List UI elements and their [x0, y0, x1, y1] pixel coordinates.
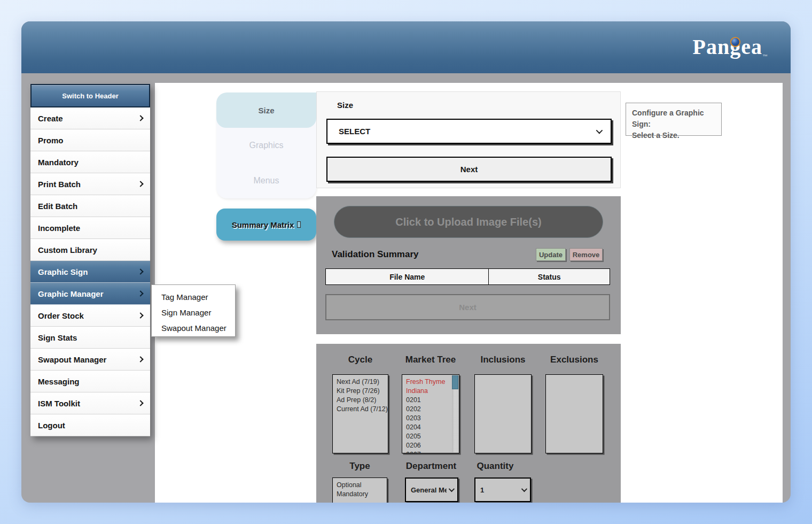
chevron-down-icon	[596, 127, 603, 134]
sidebar-item-edit-batch[interactable]: Edit Batch	[30, 195, 150, 217]
remove-button[interactable]: Remove	[569, 248, 603, 261]
list-item[interactable]: 0204	[406, 423, 451, 432]
chevron-right-icon	[137, 115, 143, 121]
sidebar-item-incomplete[interactable]: Incomplete	[30, 217, 150, 239]
chevron-right-icon	[137, 400, 143, 406]
sidebar-item-ism-toolkit[interactable]: ISM Toolkit	[30, 392, 150, 414]
sidebar-item-create[interactable]: Create	[30, 107, 150, 129]
sidebar-item-promo[interactable]: Promo	[30, 129, 150, 151]
update-button[interactable]: Update	[536, 248, 566, 261]
column-header-file-name: File Name	[325, 268, 488, 285]
chevron-right-icon	[137, 290, 143, 296]
sidebar-item-messaging[interactable]: Messaging	[30, 371, 150, 392]
list-item[interactable]: Indiana	[406, 387, 451, 396]
chevron-right-icon	[137, 268, 143, 274]
sidebar-item-label: Edit Batch	[38, 202, 77, 211]
summary-matrix-label: Summary Matrix	[232, 220, 294, 229]
list-item[interactable]: 0206	[406, 441, 451, 450]
type-title: Type	[332, 461, 387, 472]
sidebar-item-label: Logout	[38, 421, 65, 430]
department-select-value: General Mer	[411, 486, 447, 494]
sidebar-item-label: Order Stock	[38, 311, 84, 320]
chevron-down-icon	[449, 486, 455, 492]
sidebar-item-label: Messaging	[38, 377, 80, 386]
switch-to-header-button[interactable]: Switch to Header	[30, 84, 150, 107]
sidebar-item-logout[interactable]: Logout	[30, 414, 150, 436]
list-item[interactable]: Kit Prep (7/26)	[337, 387, 388, 396]
cycle-listbox[interactable]: Next Ad (7/19) Kit Prep (7/26) Ad Prep (…	[332, 374, 388, 453]
quantity-select-value: 1	[480, 486, 519, 494]
upload-validation-panel: Click to Upload Image File(s) Validation…	[316, 196, 621, 334]
list-item[interactable]: Optional	[337, 481, 387, 490]
quantity-title: Quantity	[471, 461, 519, 472]
list-item[interactable]: Fresh Thyme	[406, 377, 451, 387]
upload-next-button-disabled[interactable]: Next	[325, 294, 610, 320]
sidebar-item-label: ISM Toolkit	[38, 399, 80, 408]
sidebar-item-label: Mandatory	[38, 158, 79, 167]
wizard-tab-panel: Size Graphics Menus	[216, 93, 316, 198]
list-item[interactable]: Current Ad (7/12)	[337, 405, 388, 414]
list-item[interactable]: Mandatory	[337, 490, 387, 499]
size-panel-title: Size	[337, 101, 353, 110]
exclusions-listbox[interactable]	[545, 374, 603, 453]
market-tree-title: Market Tree	[402, 355, 459, 365]
summary-matrix-button[interactable]: Summary Matrix	[216, 209, 316, 241]
tab-graphics[interactable]: Graphics	[216, 128, 316, 163]
logo-text-g: g	[730, 35, 741, 59]
sidebar-item-custom-library[interactable]: Custom Library	[30, 239, 150, 261]
list-item[interactable]: 0202	[406, 405, 451, 414]
submenu-item-swapout-manager[interactable]: Swapout Manager	[161, 320, 235, 336]
inclusions-listbox[interactable]	[474, 374, 532, 453]
configure-instruction-box: Configure a Graphic Sign: Select a Size.	[626, 103, 722, 136]
sidebar-item-sign-stats[interactable]: Sign Stats	[30, 327, 150, 349]
sidebar-item-mandatory[interactable]: Mandatory	[30, 151, 150, 173]
list-item[interactable]: Next Ad (7/19)	[337, 377, 388, 387]
quantity-select[interactable]: 1	[474, 477, 531, 502]
list-item[interactable]: 0207	[406, 450, 451, 453]
tab-menus[interactable]: Menus	[216, 163, 316, 198]
sidebar-item-label: Create	[38, 114, 63, 123]
department-select[interactable]: General Mer	[405, 477, 458, 502]
list-item[interactable]: 0205	[406, 432, 451, 441]
validation-table-header: File Name Status	[325, 268, 610, 285]
globe-icon	[730, 37, 740, 47]
upload-image-button[interactable]: Click to Upload Image File(s)	[334, 206, 603, 238]
sidebar-item-print-batch[interactable]: Print Batch	[30, 173, 150, 195]
sidebar-item-label: Sign Stats	[38, 333, 77, 342]
sidebar-item-graphic-sign[interactable]: Graphic Sign	[30, 261, 150, 283]
sidebar-item-graphic-manager[interactable]: Graphic Manager	[30, 283, 150, 305]
chevron-right-icon	[137, 312, 143, 318]
tab-size[interactable]: Size	[216, 93, 316, 128]
market-tree-listbox[interactable]: Fresh Thyme Indiana 0201 0202 0203 0204 …	[402, 374, 459, 453]
sidebar-item-label: Graphic Sign	[38, 267, 88, 276]
market-tree-scrollbar[interactable]	[452, 375, 458, 452]
validation-summary-title: Validation Summary	[332, 249, 419, 260]
list-item[interactable]: 0201	[406, 396, 451, 405]
submenu-item-sign-manager[interactable]: Sign Manager	[161, 305, 235, 320]
size-step-panel: Size SELECT Next	[316, 91, 621, 188]
sidebar-menu: Switch to Header Create Promo Mandatory …	[30, 84, 150, 436]
configure-instruction-line2: Select a Size.	[632, 130, 715, 141]
logo-text-ea: ea	[741, 35, 762, 59]
list-item[interactable]: Ad Prep (8/2)	[337, 396, 388, 405]
submenu-item-tag-manager[interactable]: Tag Manager	[161, 289, 235, 305]
size-select-dropdown[interactable]: SELECT	[326, 119, 612, 144]
sidebar-item-label: Promo	[38, 136, 64, 145]
app-header: Pangea™	[21, 21, 791, 73]
sidebar-item-label: Print Batch	[38, 180, 81, 189]
sidebar-item-swapout-manager[interactable]: Swapout Manager	[30, 349, 150, 371]
box-glyph-icon	[297, 221, 301, 228]
list-item[interactable]: 0203	[406, 414, 451, 423]
size-next-button[interactable]: Next	[326, 157, 612, 182]
chevron-right-icon	[137, 181, 143, 187]
sidebar-item-label: Swapout Manager	[38, 355, 106, 364]
sidebar-item-order-stock[interactable]: Order Stock	[30, 305, 150, 327]
pangea-logo: Pangea™	[693, 34, 768, 59]
cycle-title: Cycle	[332, 355, 388, 365]
chevron-down-icon	[521, 486, 527, 492]
configure-instruction-line1: Configure a Graphic Sign:	[632, 107, 715, 130]
sidebar-item-label: Graphic Manager	[38, 289, 104, 298]
type-listbox[interactable]: Optional Mandatory	[332, 477, 387, 503]
chevron-right-icon	[137, 356, 143, 362]
scrollbar-thumb[interactable]	[452, 375, 458, 389]
